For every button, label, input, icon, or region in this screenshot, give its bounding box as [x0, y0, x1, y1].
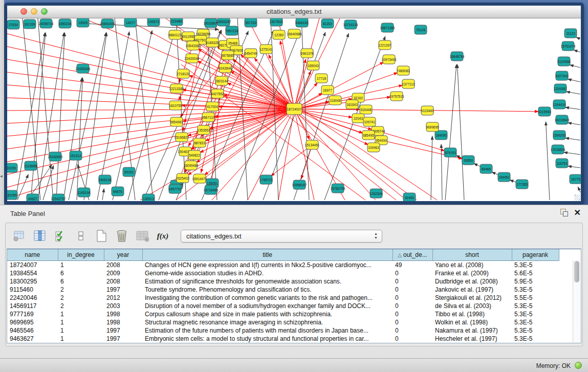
graph-node[interactable]: 151512 [70, 151, 82, 160]
row-mode-icon[interactable] [74, 229, 88, 243]
graph-node[interactable]: 193573 [147, 18, 160, 26]
graph-node[interactable]: 116753 [556, 159, 568, 168]
table-row[interactable]: 1830029562008Estimation of significance … [7, 277, 559, 286]
graph-node[interactable]: 10973493 [382, 55, 397, 64]
column-header-year[interactable]: year [104, 249, 142, 261]
graph-node[interactable]: 161339 [24, 19, 36, 29]
graph-node[interactable]: 685495 [362, 130, 375, 140]
graph-node[interactable]: 16640986 [287, 29, 302, 38]
graph-node[interactable]: 8912955 [182, 32, 195, 41]
table-row[interactable]: 946554611997Estimation of the future num… [7, 326, 559, 335]
panel-collapse-arrow-icon[interactable]: ◂ [0, 174, 3, 179]
graph-node[interactable]: 1527602 [270, 18, 283, 26]
graph-node[interactable]: 1810755 [169, 101, 182, 110]
graph-node[interactable]: 6466162 [295, 18, 309, 27]
graph-node[interactable]: 16210643 [555, 115, 570, 124]
graph-node[interactable]: 116048 [329, 96, 341, 105]
graph-node[interactable]: 1244419 [553, 100, 566, 109]
graph-node[interactable]: 109963 [367, 143, 380, 152]
table-row[interactable]: 1456911722003Disruption of a novel membe… [7, 302, 559, 310]
graph-node[interactable]: 130513 [142, 194, 155, 201]
table-row[interactable]: 969969511998Structural magnetic resonanc… [7, 318, 559, 326]
network-window[interactable]: citations_edges.txt 18724007276341613392… [4, 3, 584, 204]
close-icon[interactable]: ✕ [574, 209, 581, 216]
float-window-icon[interactable] [560, 209, 568, 216]
graph-node[interactable]: 14077 [124, 18, 137, 27]
table-row[interactable]: 977716911998Corpus callosum shape and si… [7, 310, 559, 318]
column-header-name[interactable]: name [7, 249, 58, 261]
graph-node[interactable]: 89465 [480, 164, 492, 173]
graph-node[interactable]: 1221397 [378, 40, 391, 50]
graph-node[interactable]: 8186328 [206, 38, 219, 47]
graph-node[interactable]: 19757515 [389, 92, 404, 101]
graph-node[interactable]: 20691406 [100, 19, 115, 28]
graph-node[interactable]: 9654963 [170, 117, 183, 126]
graph-node[interactable]: 2718120 [177, 69, 190, 78]
graph-node[interactable]: 1145194 [78, 188, 91, 197]
graph-node[interactable]: 16782759 [331, 184, 345, 193]
graph-node[interactable]: 417004 [206, 102, 219, 111]
graph-node[interactable]: 8454749 [244, 49, 257, 58]
graph-node[interactable]: 22420046 [185, 54, 200, 63]
graph-node[interactable]: 17016504 [551, 145, 565, 154]
graph-node[interactable]: 109451 [498, 172, 510, 182]
graph-node[interactable]: 15751074 [561, 41, 576, 51]
graph-node[interactable]: 9129966 [557, 57, 571, 66]
graph-node[interactable]: 109741 [363, 117, 376, 126]
delete-icon[interactable] [115, 229, 128, 243]
column-header-pagerank[interactable]: pagerank [512, 249, 559, 261]
graph-node[interactable]: 10958167 [292, 180, 307, 189]
table-row[interactable]: 1938455462009Genome-wide association stu… [7, 269, 559, 277]
table-row[interactable]: 1872400712008Changes of HCN gene express… [7, 261, 559, 270]
table-row[interactable]: 911546021997Tourette syndrome. Phenomeno… [7, 286, 559, 294]
graph-node[interactable]: 7625402 [176, 173, 189, 183]
graph-node[interactable]: 16099484 [184, 161, 199, 170]
graph-node[interactable]: 16914479 [192, 174, 207, 183]
graph-node[interactable]: 16977 [321, 85, 334, 95]
graph-node[interactable]: 164095 [435, 130, 447, 140]
graph-node[interactable]: 1650234 [58, 19, 72, 28]
function-builder-icon[interactable]: f(x) [156, 229, 169, 243]
graph-node[interactable]: 75126 [415, 25, 427, 34]
graph-node[interactable]: 19525 [77, 18, 89, 27]
graph-node[interactable]: 10719135 [343, 20, 358, 29]
graph-node[interactable]: 915448 [360, 105, 372, 114]
show-columns-icon[interactable] [33, 229, 47, 243]
graph-node[interactable]: 94627 [27, 194, 39, 201]
network-window-titlebar[interactable]: citations_edges.txt [7, 6, 581, 18]
graph-node[interactable]: 18724007 [287, 103, 302, 115]
column-header-short[interactable]: short [432, 249, 512, 261]
graph-node[interactable]: 16775 [570, 174, 581, 184]
graph-node[interactable]: 10543382 [186, 41, 201, 50]
column-header-title[interactable]: title [142, 249, 393, 261]
graph-node[interactable]: 1795723 [259, 175, 273, 184]
graph-node[interactable]: 181055 [7, 190, 17, 200]
graph-node[interactable]: 12942757 [51, 194, 66, 201]
graph-node[interactable]: 16648784 [450, 52, 465, 61]
graph-node[interactable]: 92450 [403, 193, 416, 201]
graph-node[interactable]: 81202 [321, 19, 334, 28]
graph-node[interactable]: 21053346 [76, 64, 91, 73]
graph-node[interactable]: 10653287 [216, 18, 231, 26]
graph-node[interactable]: 3215953 [538, 107, 551, 116]
network-canvas[interactable]: 1872400727634161339240557241650234195252… [7, 18, 581, 201]
graph-node[interactable]: 25160650 [48, 152, 63, 161]
graph-node[interactable]: 165043 [307, 61, 319, 70]
graph-node[interactable]: 17718 [315, 74, 328, 83]
graph-node[interactable]: 7857224 [225, 26, 238, 35]
graph-node[interactable]: 1599293 [553, 130, 566, 140]
graph-node[interactable]: 9867110 [202, 113, 215, 122]
graph-node[interactable]: 1115688 [25, 161, 37, 170]
column-header-out_de[interactable]: △out_de... [393, 249, 432, 261]
graph-node[interactable]: 9457791 [168, 184, 182, 193]
table-scrollbar[interactable] [573, 260, 581, 343]
graph-node[interactable]: 549822 [188, 150, 201, 160]
graph-node[interactable]: 93650 [462, 156, 474, 165]
graph-node[interactable]: 557233 [245, 18, 257, 27]
window-resize-grip[interactable] [574, 194, 580, 201]
graph-node[interactable]: 9699695 [426, 122, 439, 132]
graph-node[interactable]: 9227343 [555, 71, 569, 80]
graph-node[interactable]: 223486 [170, 18, 183, 26]
graph-node[interactable]: 161643 [346, 100, 358, 109]
graph-node[interactable]: 6961378 [300, 49, 314, 58]
